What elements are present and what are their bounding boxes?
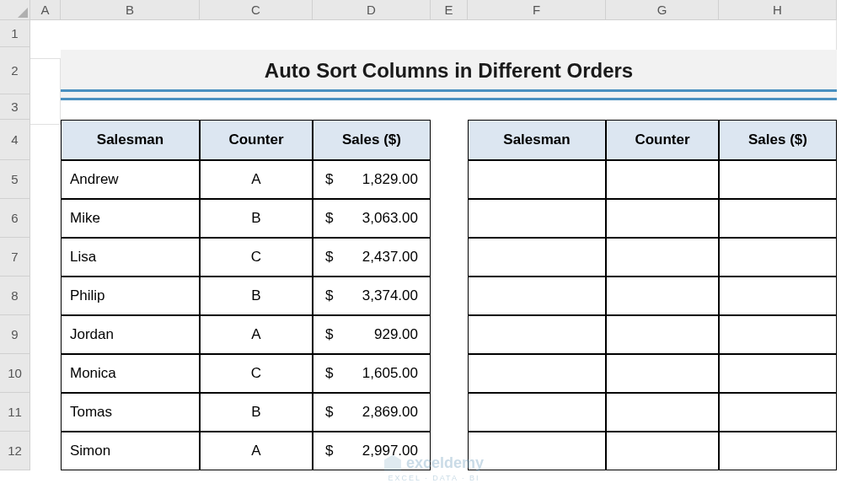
row-header-11[interactable]: 11	[0, 393, 30, 432]
table1-counter-cell[interactable]: C	[200, 238, 313, 277]
row-header-3[interactable]: 3	[0, 94, 30, 120]
table1-header-salesman[interactable]: Salesman	[61, 120, 200, 160]
table2-empty-cell[interactable]	[606, 393, 719, 432]
table2-empty-cell[interactable]	[606, 432, 719, 470]
table1-counter-cell[interactable]: B	[200, 277, 313, 315]
table2-empty-cell[interactable]	[606, 199, 719, 238]
table2-empty-cell[interactable]	[468, 393, 606, 432]
row-header-5[interactable]: 5	[0, 160, 30, 199]
table2-empty-cell[interactable]	[468, 238, 606, 277]
col-header-G[interactable]: G	[606, 0, 719, 20]
table1-sales-cell[interactable]: $929.00	[313, 315, 431, 354]
table1-header-sales[interactable]: Sales ($)	[313, 120, 431, 160]
table2-empty-cell[interactable]	[468, 160, 606, 199]
col-header-H[interactable]: H	[719, 0, 837, 20]
table2-empty-cell[interactable]	[719, 238, 837, 277]
table1-counter-cell[interactable]: B	[200, 199, 313, 238]
table1-salesman-cell[interactable]: Andrew	[61, 160, 200, 199]
table1-sales-cell[interactable]: $1,605.00	[313, 354, 431, 393]
table2-empty-cell[interactable]	[468, 277, 606, 315]
table2-empty-cell[interactable]	[606, 354, 719, 393]
table2-empty-cell[interactable]	[719, 354, 837, 393]
table2-empty-cell[interactable]	[606, 277, 719, 315]
col-header-B[interactable]: B	[61, 0, 200, 20]
table1-counter-cell[interactable]: A	[200, 432, 313, 470]
table2-empty-cell[interactable]	[719, 315, 837, 354]
col-header-D[interactable]: D	[313, 0, 431, 20]
row-header-12[interactable]: 12	[0, 432, 30, 470]
col-header-E[interactable]: E	[431, 0, 468, 20]
table1-salesman-cell[interactable]: Simon	[61, 432, 200, 470]
table1-counter-cell[interactable]: A	[200, 315, 313, 354]
select-all-corner[interactable]	[0, 0, 30, 20]
table2-empty-cell[interactable]	[719, 160, 837, 199]
row-header-1[interactable]: 1	[0, 20, 30, 47]
row-header-7[interactable]: 7	[0, 238, 30, 277]
table2-empty-cell[interactable]	[719, 199, 837, 238]
watermark-icon	[384, 455, 401, 472]
table1-header-counter[interactable]: Counter	[200, 120, 313, 160]
col-header-C[interactable]: C	[200, 0, 313, 20]
table1-salesman-cell[interactable]: Monica	[61, 354, 200, 393]
table1-counter-cell[interactable]: A	[200, 160, 313, 199]
table2-empty-cell[interactable]	[468, 432, 606, 470]
row-header-9[interactable]: 9	[0, 315, 30, 354]
watermark: exceldemy EXCEL · DATA · BI	[384, 454, 484, 482]
table2-empty-cell[interactable]	[606, 315, 719, 354]
table1-sales-cell[interactable]: $3,374.00	[313, 277, 431, 315]
row-header-8[interactable]: 8	[0, 277, 30, 315]
table2-empty-cell[interactable]	[606, 160, 719, 199]
table1-sales-cell[interactable]: $1,829.00	[313, 160, 431, 199]
col-header-F[interactable]: F	[468, 0, 606, 20]
table1-salesman-cell[interactable]: Mike	[61, 199, 200, 238]
page-title: Auto Sort Columns in Different Orders	[61, 50, 837, 92]
table2-empty-cell[interactable]	[468, 315, 606, 354]
row-header-6[interactable]: 6	[0, 199, 30, 238]
row-header-10[interactable]: 10	[0, 354, 30, 393]
table1-sales-cell[interactable]: $2,437.00	[313, 238, 431, 277]
table2-empty-cell[interactable]	[468, 199, 606, 238]
col-header-A[interactable]: A	[30, 0, 61, 20]
table1-sales-cell[interactable]: $2,869.00	[313, 393, 431, 432]
watermark-name: exceldemy	[406, 454, 484, 472]
table2-empty-cell[interactable]	[719, 277, 837, 315]
watermark-tagline: EXCEL · DATA · BI	[388, 474, 480, 482]
table2-header-counter[interactable]: Counter	[606, 120, 719, 160]
table2-header-sales[interactable]: Sales ($)	[719, 120, 837, 160]
table1-sales-cell[interactable]: $3,063.00	[313, 199, 431, 238]
row-header-2[interactable]: 2	[0, 47, 30, 94]
table2-header-salesman[interactable]: Salesman	[468, 120, 606, 160]
table1-salesman-cell[interactable]: Lisa	[61, 238, 200, 277]
table2-empty-cell[interactable]	[468, 354, 606, 393]
table1-salesman-cell[interactable]: Tomas	[61, 393, 200, 432]
table1-counter-cell[interactable]: B	[200, 393, 313, 432]
table1-counter-cell[interactable]: C	[200, 354, 313, 393]
row-header-4[interactable]: 4	[0, 120, 30, 160]
table1-salesman-cell[interactable]: Jordan	[61, 315, 200, 354]
table1-salesman-cell[interactable]: Philip	[61, 277, 200, 315]
table2-empty-cell[interactable]	[606, 238, 719, 277]
table2-empty-cell[interactable]	[719, 432, 837, 470]
table2-empty-cell[interactable]	[719, 393, 837, 432]
